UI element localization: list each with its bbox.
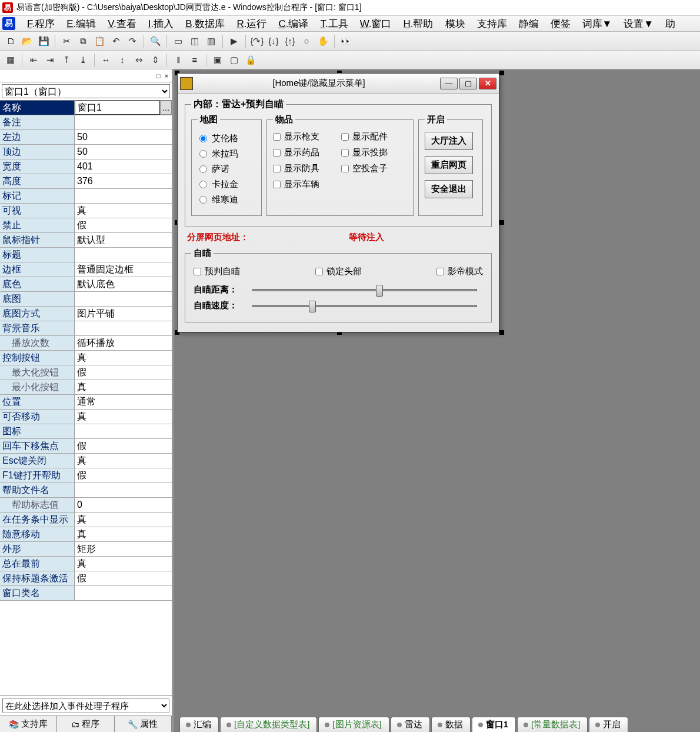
prop-row[interactable]: F1键打开帮助假 xyxy=(0,468,172,483)
menu-I.插入[interactable]: I.插入 xyxy=(142,15,179,32)
align-right-icon[interactable]: ⇥ xyxy=(43,53,57,67)
menu-H.帮助[interactable]: H.帮助 xyxy=(397,15,439,32)
send-back-icon[interactable]: ▢ xyxy=(227,53,241,67)
center-v-icon[interactable]: ↕ xyxy=(115,53,129,67)
prop-row[interactable]: 名称窗口1… xyxy=(0,101,172,115)
prop-value[interactable]: 假 xyxy=(75,468,172,483)
align-top-icon[interactable]: ⤒ xyxy=(59,53,74,67)
map-option[interactable]: 萨诺 xyxy=(199,164,254,175)
design-surface[interactable]: [Home键/隐藏显示菜单] — ▢ ✕ 内部：雷达+预判自瞄 地图 xyxy=(174,69,700,732)
prop-row[interactable]: 外形矩形 xyxy=(0,542,172,557)
grid-icon[interactable]: ▦ xyxy=(4,53,18,67)
menu-支持库[interactable]: 支持库 xyxy=(471,15,513,32)
prop-value[interactable] xyxy=(75,292,172,306)
menu-模块[interactable]: 模块 xyxy=(439,15,471,32)
prop-row[interactable]: 禁止假 xyxy=(0,218,172,233)
prop-row[interactable]: 左边50 xyxy=(0,130,172,145)
new-file-icon[interactable]: 🗋 xyxy=(4,34,18,48)
editor-tab[interactable]: 开启 xyxy=(589,717,628,732)
menu-R.运行[interactable]: R.运行 xyxy=(231,15,272,32)
prop-value[interactable]: 376 xyxy=(75,174,172,188)
debug-icon[interactable]: ✋ xyxy=(316,34,330,48)
menu-便签[interactable]: 便签 xyxy=(545,15,576,32)
prop-value[interactable]: 50 xyxy=(75,145,172,159)
same-height-icon[interactable]: ⇕ xyxy=(148,53,162,67)
more-button[interactable]: … xyxy=(160,101,172,115)
save-file-icon[interactable]: 💾 xyxy=(36,34,51,48)
action-button[interactable]: 大厅注入 xyxy=(425,132,473,150)
tab-support-lib[interactable]: 📚支持库 xyxy=(0,716,57,732)
prop-value[interactable]: 假 xyxy=(75,365,172,380)
prop-value[interactable]: 真 xyxy=(75,351,172,365)
paste-icon[interactable]: 📋 xyxy=(92,34,106,48)
map-option[interactable]: 卡拉金 xyxy=(199,179,254,190)
menu-T.工具[interactable]: T.工具 xyxy=(314,15,354,32)
item-checkbox[interactable]: 显示车辆 xyxy=(273,179,339,190)
prop-value[interactable]: 假 xyxy=(75,218,172,232)
align-left-icon[interactable]: ⇤ xyxy=(26,53,41,67)
prop-row[interactable]: 总在最前真 xyxy=(0,557,172,571)
prop-row[interactable]: 可否移动真 xyxy=(0,410,172,424)
prop-value[interactable] xyxy=(75,483,172,497)
event-selector[interactable]: 在此处选择加入事件处理子程序 xyxy=(2,698,169,713)
copy-icon[interactable]: ⧉ xyxy=(76,34,90,48)
prop-value[interactable]: 默认型 xyxy=(75,233,172,247)
prop-value[interactable]: 真 xyxy=(75,454,172,468)
prop-row[interactable]: 帮助标志值0 xyxy=(0,498,172,513)
prop-row[interactable]: 最小化按钮真 xyxy=(0,380,172,395)
prop-value[interactable]: 50 xyxy=(75,130,172,144)
preview-window[interactable]: [Home键/隐藏显示菜单] — ▢ ✕ 内部：雷达+预判自瞄 地图 xyxy=(177,73,499,332)
map-option[interactable]: 米拉玛 xyxy=(199,148,254,159)
layout-3-icon[interactable]: ▥ xyxy=(204,34,218,48)
lock-icon[interactable]: 🔒 xyxy=(244,53,258,67)
step-over-icon[interactable]: {↷} xyxy=(250,34,264,48)
prop-value[interactable]: 循环播放 xyxy=(75,336,172,350)
prop-row[interactable]: 控制按钮真 xyxy=(0,351,172,365)
minimize-button[interactable]: — xyxy=(440,78,458,89)
item-checkbox[interactable]: 显示投掷 xyxy=(341,147,407,158)
editor-tab[interactable]: [图片资源表] xyxy=(318,717,389,732)
prop-row[interactable]: 底图方式图片平铺 xyxy=(0,307,172,321)
prop-row[interactable]: 鼠标指针默认型 xyxy=(0,233,172,248)
item-checkbox[interactable]: 空投盒子 xyxy=(341,163,407,174)
editor-tab[interactable]: 数据 xyxy=(431,717,471,732)
prop-row[interactable]: 底图 xyxy=(0,292,172,307)
prop-value[interactable] xyxy=(75,321,172,335)
aim-distance-slider[interactable] xyxy=(252,289,477,291)
object-selector[interactable]: 窗口1（窗口） xyxy=(2,84,170,98)
prop-row[interactable]: 回车下移焦点假 xyxy=(0,439,172,454)
prop-value[interactable] xyxy=(75,424,172,438)
redo-icon[interactable]: ↷ xyxy=(125,34,139,48)
prop-value[interactable]: 真 xyxy=(75,527,172,541)
prop-value[interactable] xyxy=(75,248,172,262)
distribute-h-icon[interactable]: ⫴ xyxy=(171,53,185,67)
prop-row[interactable]: 背景音乐 xyxy=(0,321,172,336)
map-option[interactable]: 艾伦格 xyxy=(199,133,254,144)
tab-properties[interactable]: 🔧属性 xyxy=(115,716,172,732)
prop-value[interactable]: 通常 xyxy=(75,395,172,409)
menu-静编[interactable]: 静编 xyxy=(513,15,545,32)
menu-助[interactable]: 助 xyxy=(659,15,681,32)
prop-row[interactable]: 播放次数循环播放 xyxy=(0,336,172,351)
maximize-button[interactable]: ▢ xyxy=(459,78,477,89)
prop-row[interactable]: 备注 xyxy=(0,115,172,130)
prop-value[interactable]: 窗口1 xyxy=(75,101,160,115)
layout-1-icon[interactable]: ▭ xyxy=(171,34,185,48)
menu-F.程序[interactable]: F.程序 xyxy=(21,15,61,32)
undo-icon[interactable]: ↶ xyxy=(109,34,123,48)
prop-row[interactable]: 标题 xyxy=(0,248,172,262)
prop-row[interactable]: 随意移动真 xyxy=(0,527,172,542)
prop-value[interactable]: 真 xyxy=(75,380,172,394)
prop-row[interactable]: 图标 xyxy=(0,424,172,439)
menu-E.编辑[interactable]: E.编辑 xyxy=(61,15,102,32)
item-checkbox[interactable]: 显示药品 xyxy=(273,147,339,158)
prop-row[interactable]: 帮助文件名 xyxy=(0,483,172,498)
same-width-icon[interactable]: ⇔ xyxy=(132,53,146,67)
menu-词库▼[interactable]: 词库▼ xyxy=(576,15,618,32)
prop-value[interactable]: 真 xyxy=(75,204,172,218)
cut-icon[interactable]: ✂ xyxy=(59,34,74,48)
panel-pin-icon[interactable]: □ xyxy=(154,72,162,79)
prop-value[interactable]: 真 xyxy=(75,410,172,424)
aim-speed-slider[interactable] xyxy=(252,305,477,307)
step-into-icon[interactable]: {↓} xyxy=(266,34,281,48)
